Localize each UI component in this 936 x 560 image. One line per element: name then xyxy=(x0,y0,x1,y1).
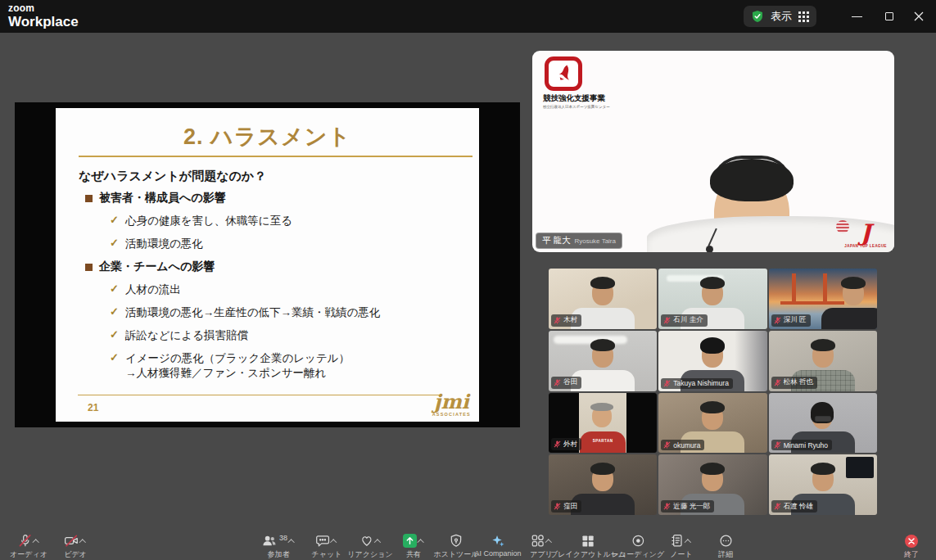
participant-avatar xyxy=(812,343,834,368)
participant-avatar xyxy=(592,343,613,368)
maximize-button[interactable] xyxy=(875,0,903,33)
participants-button[interactable]: 38 参加者 xyxy=(262,533,295,560)
participant-name-tag: 木村 xyxy=(551,314,581,327)
sub-bullet-text: 活動環境の悪化 xyxy=(125,237,203,251)
participant-avatar xyxy=(702,467,723,491)
page-number: 21 xyxy=(88,402,98,413)
sub-bullet-text: 人材の流出 xyxy=(125,282,181,297)
view-button[interactable]: 表示 xyxy=(771,9,792,24)
participant-avatar xyxy=(702,343,723,368)
share-button[interactable]: 共有 xyxy=(403,533,424,560)
participants-count-badge: 38 xyxy=(279,534,287,542)
participant-name-tag: Takuya Nishimura xyxy=(661,378,733,389)
zoom-workplace-logo: zoom Workplace xyxy=(8,3,79,29)
security-shield-icon[interactable] xyxy=(751,10,764,23)
badge-subtitle: 独立行政法人日本スポーツ振興センター xyxy=(543,105,633,109)
apps-icon xyxy=(531,534,545,548)
notes-icon xyxy=(671,534,684,548)
mic-muted-icon xyxy=(663,441,671,449)
bullet-section-2: 企業・チームへの影響 xyxy=(85,260,215,274)
end-meeting-button[interactable]: 終了 xyxy=(904,533,919,560)
participant-avatar xyxy=(592,405,612,427)
participant-name-tag: 谷田 xyxy=(551,377,581,389)
video-tile-tanida[interactable]: 谷田 xyxy=(549,331,657,391)
participant-name-tag: 窪田 xyxy=(551,500,581,513)
minimize-button[interactable] xyxy=(843,0,870,33)
chevron-up-icon[interactable] xyxy=(287,539,294,545)
shield-icon xyxy=(450,534,463,548)
titlebar-pill: 表示 xyxy=(744,6,816,27)
chevron-up-icon[interactable] xyxy=(79,539,86,545)
chat-button[interactable]: チャット xyxy=(312,533,342,560)
chevron-up-icon[interactable] xyxy=(685,539,691,545)
mic-muted-icon xyxy=(554,317,561,324)
video-label: ビデオ xyxy=(64,549,87,560)
mic-muted-icon xyxy=(663,503,671,510)
video-tile-sotomura[interactable]: SPARTAN 外村 xyxy=(549,393,657,454)
mic-muted-icon xyxy=(774,379,781,386)
video-tile-kimura[interactable]: 木村 xyxy=(549,269,657,329)
participant-name: 谷田 xyxy=(563,377,577,387)
notes-button[interactable]: ノート xyxy=(670,533,692,560)
audio-label: オーディオ xyxy=(10,549,47,560)
chevron-up-icon[interactable] xyxy=(373,539,380,545)
participant-avatar xyxy=(812,467,834,491)
video-tile-matsubayashi[interactable]: 松林 哲也 xyxy=(769,331,877,391)
reactions-label: リアクション xyxy=(347,549,392,560)
mic-muted-icon xyxy=(554,503,561,510)
chevron-up-icon[interactable] xyxy=(417,539,423,545)
recording-label: レコーディング xyxy=(612,549,664,560)
participant-name-tag: 石川 圭介 xyxy=(661,314,707,327)
video-tile-ishikawa[interactable]: 石川 圭介 xyxy=(658,269,766,329)
mic-muted-icon xyxy=(774,317,781,324)
audio-button[interactable]: オーディオ xyxy=(10,533,47,560)
participant-name-tag: Minami Ryuho xyxy=(771,440,832,450)
video-tile-okumura[interactable]: okumura xyxy=(658,393,766,454)
league-j-icon: J xyxy=(844,223,887,243)
more-button[interactable]: 詳細 xyxy=(718,533,733,560)
headset-mic xyxy=(706,246,713,252)
video-tile-nishimura[interactable]: Takuya Nishimura xyxy=(658,331,766,391)
square-bullet-icon xyxy=(85,195,93,202)
breakout-rooms-icon xyxy=(581,535,595,548)
check-icon: ✓ xyxy=(110,214,119,228)
participant-name: 木村 xyxy=(563,315,577,325)
footer-divider xyxy=(78,395,440,395)
recording-button[interactable]: レコーディング xyxy=(612,533,664,560)
speaker-name-jp: 平 龍大 xyxy=(542,235,570,246)
sub-bullet-text: 活動環境の悪化→生産性の低下→業績・戦績の悪化 xyxy=(125,305,380,320)
video-tile-kondo[interactable]: 近藤 光一郎 xyxy=(658,454,766,515)
close-button[interactable] xyxy=(905,0,933,33)
slide-title: 2. ハラスメント xyxy=(56,122,479,151)
titlebar: zoom Workplace 表示 xyxy=(0,0,936,33)
participant-name-tag: 松林 哲也 xyxy=(771,377,817,389)
red-bird-logo-icon xyxy=(545,56,582,91)
video-tile-ishiwata[interactable]: 石渡 怜雄 xyxy=(769,454,877,515)
ai-companion-button[interactable]: AI Companion xyxy=(474,533,521,558)
video-tile-kubota[interactable]: 窪田 xyxy=(549,454,657,515)
speaker-name-tag: 平 龍大 Ryosuke Taira xyxy=(536,233,622,249)
view-grid-icon[interactable] xyxy=(798,11,809,22)
more-ellipsis-icon xyxy=(719,534,733,548)
presentation-slide: 2. ハラスメント なぜハラスメントが問題なのか？ 被害者・構成員への影響 ✓ … xyxy=(56,108,479,422)
participant-name: 外村 xyxy=(563,440,577,449)
reactions-button[interactable]: リアクション xyxy=(347,533,392,560)
participant-name-tag: 外村 xyxy=(551,438,581,450)
active-speaker-video[interactable]: 競技強化支援事業 独立行政法人日本スポーツ振興センター J JAPAN TOP … xyxy=(532,51,894,252)
apps-button[interactable]: アプリ xyxy=(530,533,553,560)
heart-icon xyxy=(359,534,373,548)
video-tile-fukagawa[interactable]: 深川 匠 xyxy=(769,269,877,329)
participant-name: 窪田 xyxy=(563,502,577,512)
slide-lead-question: なぜハラスメントが問題なのか？ xyxy=(79,169,266,184)
video-button[interactable]: ビデオ xyxy=(64,533,87,560)
chat-icon xyxy=(316,534,330,548)
camera-muted-icon xyxy=(64,534,79,548)
participant-avatar xyxy=(592,467,613,491)
chevron-up-icon[interactable] xyxy=(330,539,337,545)
apps-label: アプリ xyxy=(530,549,553,560)
end-meeting-label: 終了 xyxy=(904,549,919,560)
video-tile-minami[interactable]: Minami Ryuho xyxy=(769,393,877,454)
participant-name-tag: okumura xyxy=(661,440,704,450)
chevron-up-icon[interactable] xyxy=(32,539,38,545)
host-tools-button[interactable]: ホストツール xyxy=(433,533,478,560)
